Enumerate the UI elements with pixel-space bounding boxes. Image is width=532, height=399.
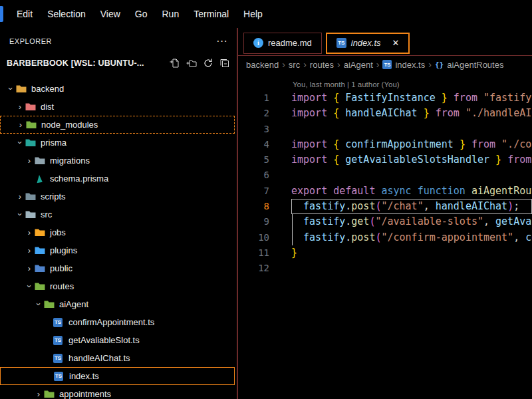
codelens-annotation[interactable]: You, last month | 1 author (You) bbox=[238, 73, 532, 90]
tree-item-scripts[interactable]: ›scripts bbox=[0, 188, 235, 205]
folder-icon bbox=[16, 84, 29, 93]
chevron-down-icon: › bbox=[25, 281, 35, 292]
new-file-icon[interactable] bbox=[170, 58, 180, 68]
tree-item-handleAIChat.ts[interactable]: TShandleAIChat.ts bbox=[0, 349, 235, 367]
tree-item-plugins[interactable]: ›plugins bbox=[0, 241, 235, 259]
breadcrumb-item-src[interactable]: src bbox=[289, 60, 300, 70]
tree-item-label: public bbox=[50, 263, 72, 273]
file-tree: ›backend›dist›node_modules›prisma›migrat… bbox=[0, 76, 237, 399]
chevron-right-icon: › bbox=[24, 263, 35, 273]
line-number: 3 bbox=[238, 122, 291, 137]
refresh-icon[interactable] bbox=[203, 58, 213, 68]
folder-icon bbox=[25, 210, 38, 219]
tree-item-routes[interactable]: ›routes bbox=[0, 277, 235, 295]
line-number: 6 bbox=[238, 168, 291, 183]
menu-run[interactable]: Run bbox=[155, 9, 187, 19]
folder-icon bbox=[35, 282, 47, 291]
tree-item-confirmAppointment.ts[interactable]: TSconfirmAppointment.ts bbox=[0, 313, 235, 331]
chevron-right-icon: › bbox=[376, 59, 380, 70]
typescript-icon: TS bbox=[336, 38, 346, 48]
folder-icon bbox=[35, 228, 47, 237]
code-line-3[interactable]: 3 bbox=[238, 122, 532, 137]
typescript-icon: TS bbox=[53, 354, 66, 363]
code-line-12[interactable]: 12 bbox=[238, 261, 532, 276]
line-number: 8 bbox=[238, 199, 291, 214]
code-line-10[interactable]: 10 fastify.post("/confirm-appointment", … bbox=[238, 230, 532, 245]
tree-item-node_modules[interactable]: ›node_modules bbox=[0, 116, 235, 134]
breadcrumb: backend›src›routes›aiAgent›TSindex.ts›{}… bbox=[238, 56, 532, 73]
more-actions-icon[interactable]: ··· bbox=[216, 38, 227, 45]
tree-item-public[interactable]: ›public bbox=[0, 259, 235, 277]
folder-icon bbox=[25, 138, 38, 147]
tree-item-appointments[interactable]: ›appointments bbox=[0, 385, 235, 399]
tree-item-migrations[interactable]: ›migrations bbox=[0, 152, 235, 170]
chevron-right-icon: › bbox=[24, 156, 35, 166]
prisma-icon bbox=[35, 174, 47, 184]
breadcrumb-item-routes[interactable]: routes bbox=[310, 60, 334, 70]
code-editor[interactable]: You, last month | 1 author (You) 1import… bbox=[238, 73, 532, 399]
project-title: BARBERBOOK [WSL: UBUNTU-... bbox=[7, 59, 170, 68]
tree-item-schema.prisma[interactable]: schema.prisma bbox=[0, 170, 235, 188]
chevron-right-icon: › bbox=[428, 59, 432, 70]
code-line-5[interactable]: 5import { getAvailableSlotsHandler } fro… bbox=[238, 152, 532, 168]
code-line-7[interactable]: 7export default async function aiAgentRo… bbox=[238, 184, 532, 199]
tree-item-label: prisma bbox=[41, 138, 66, 148]
collapse-all-icon[interactable] bbox=[219, 58, 230, 68]
tree-item-src[interactable]: ›src bbox=[0, 205, 235, 223]
tree-item-label: plugins bbox=[50, 245, 77, 255]
breadcrumb-item-aiAgent[interactable]: aiAgent bbox=[344, 60, 373, 70]
code-line-2[interactable]: 2import { handleAIChat } from "./handleA… bbox=[238, 106, 532, 121]
tree-item-label: scripts bbox=[41, 192, 66, 201]
code-line-1[interactable]: 1import { FastifyInstance } from "fastif… bbox=[238, 90, 532, 106]
line-text: export default async function aiAgentRou… bbox=[291, 184, 532, 199]
close-icon[interactable]: ✕ bbox=[392, 38, 400, 48]
tree-item-dist[interactable]: ›dist bbox=[0, 98, 235, 116]
chevron-right-icon: › bbox=[24, 245, 35, 255]
chevron-down-icon: › bbox=[15, 138, 25, 148]
code-line-6[interactable]: 6 bbox=[238, 168, 532, 183]
tree-item-jobs[interactable]: ›jobs bbox=[0, 223, 235, 241]
tree-item-label: src bbox=[41, 209, 52, 219]
chevron-right-icon: › bbox=[15, 120, 26, 130]
typescript-icon: TS bbox=[53, 336, 66, 345]
menu-help[interactable]: Help bbox=[236, 9, 270, 19]
tree-item-prisma[interactable]: ›prisma bbox=[0, 134, 235, 152]
menu-terminal[interactable]: Terminal bbox=[186, 9, 236, 19]
tree-item-getAvaliableSlot.ts[interactable]: TSgetAvaliableSlot.ts bbox=[0, 331, 235, 349]
chevron-down-icon: › bbox=[6, 84, 16, 94]
tab-readme.md[interactable]: ireadme.md bbox=[243, 33, 322, 54]
tree-item-label: node_modules bbox=[41, 120, 98, 130]
line-number: 5 bbox=[238, 152, 291, 168]
explorer-toolbar bbox=[170, 58, 230, 68]
line-text: import { FastifyInstance } from "fastify… bbox=[291, 90, 532, 106]
tree-item-label: index.ts bbox=[69, 371, 99, 381]
tree-item-aiAgent[interactable]: ›aiAgent bbox=[0, 295, 235, 313]
line-text: fastify.get("/available-slots", getAvail… bbox=[291, 214, 532, 229]
code-line-9[interactable]: 9 fastify.get("/available-slots", getAva… bbox=[238, 214, 532, 229]
tree-item-index.ts[interactable]: TSindex.ts bbox=[0, 367, 235, 385]
menu-view[interactable]: View bbox=[93, 9, 128, 19]
line-text bbox=[291, 168, 532, 183]
line-number: 4 bbox=[238, 137, 291, 152]
tab-label: readme.md bbox=[268, 38, 312, 48]
menu-go[interactable]: Go bbox=[128, 9, 155, 19]
new-folder-icon[interactable] bbox=[186, 58, 197, 68]
project-section-header[interactable]: BARBERBOOK [WSL: UBUNTU-... bbox=[0, 55, 237, 72]
tree-item-label: routes bbox=[50, 281, 74, 291]
tab-index.ts[interactable]: TSindex.ts✕ bbox=[326, 33, 410, 54]
code-line-8[interactable]: 8 fastify.post("/chat", handleAIChat); bbox=[238, 199, 532, 214]
tree-item-backend[interactable]: ›backend bbox=[0, 80, 235, 98]
menu-edit[interactable]: Edit bbox=[9, 9, 40, 19]
indent-guide bbox=[292, 214, 293, 245]
breadcrumb-item-backend[interactable]: backend bbox=[246, 60, 279, 70]
breadcrumb-item-aiAgentRoutes[interactable]: {}aiAgentRoutes bbox=[435, 60, 504, 70]
menu-bar: EditSelectionViewGoRunTerminalHelp bbox=[0, 0, 532, 28]
code-line-4[interactable]: 4import { confirmAppointment } from "./c… bbox=[238, 137, 532, 152]
explorer-sidebar: EXPLORER ··· BARBERBOOK [WSL: UBUNTU-...… bbox=[0, 28, 237, 399]
chevron-down-icon: › bbox=[34, 299, 44, 310]
typescript-icon: TS bbox=[54, 372, 66, 381]
code-line-11[interactable]: 11} bbox=[238, 245, 532, 261]
tree-item-label: getAvaliableSlot.ts bbox=[68, 335, 140, 345]
breadcrumb-item-index.ts[interactable]: TSindex.ts bbox=[382, 60, 425, 70]
menu-selection[interactable]: Selection bbox=[40, 9, 93, 19]
